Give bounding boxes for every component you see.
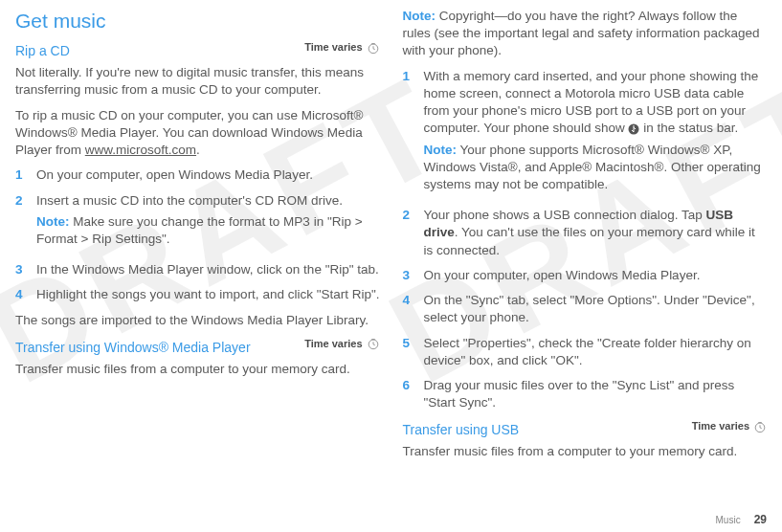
clock-icon [753, 420, 767, 433]
list-item: 4 Highlight the songs you want to import… [15, 286, 380, 303]
left-column: Get music Rip a CD Time varies Not liter… [15, 8, 380, 468]
note-block: Note: Your phone supports Microsoft® Win… [424, 142, 768, 194]
step-number: 2 [15, 192, 27, 255]
page-columns: Get music Rip a CD Time varies Not liter… [0, 0, 782, 468]
footer-section: Music [716, 515, 741, 525]
rip-outro-text: The songs are imported to the Windows Me… [15, 312, 380, 329]
step-suffix: . You can't use the files on your memory… [424, 225, 755, 256]
step-text: Your phone shows a USB connection dialog… [424, 208, 706, 222]
copyright-note: Note: Copyright—do you have the right? A… [403, 8, 768, 60]
list-item: 6 Drag your music files over to the "Syn… [403, 377, 768, 411]
step-body: Your phone shows a USB connection dialog… [424, 207, 768, 259]
page-footer: Music 29 [716, 513, 767, 526]
list-item: 2 Your phone shows a USB connection dial… [403, 207, 768, 259]
step-body: On your computer, open Windows Media Pla… [424, 267, 768, 284]
step-text: Insert a music CD into the computer's CD… [36, 193, 343, 208]
list-item: 1 With a memory card inserted, and your … [403, 68, 768, 200]
step-body: On the "Sync" tab, select "More Options"… [424, 292, 768, 326]
time-varies-label: Time varies [304, 337, 362, 351]
rip-howto-suffix: . [196, 143, 200, 157]
usb-icon [628, 123, 639, 135]
time-varies-badge: Time varies [304, 40, 379, 55]
step-number: 2 [403, 207, 414, 259]
step-body: In the Windows Media Player window, clic… [36, 261, 380, 278]
step-body: With a memory card inserted, and your ph… [424, 68, 768, 200]
time-varies-badge: Time varies [692, 419, 767, 433]
note-label: Note: [403, 9, 436, 23]
time-varies-label: Time varies [692, 419, 749, 433]
page-number: 29 [754, 513, 767, 526]
note-text: Your phone supports Microsoft® Windows® … [424, 143, 761, 191]
note-label: Note: [36, 214, 70, 229]
step-body: Insert a music CD into the computer's CD… [36, 192, 380, 255]
step-suffix: in the status bar. [643, 121, 738, 135]
step-number: 5 [403, 335, 414, 369]
time-varies-label: Time varies [304, 40, 362, 55]
step-number: 1 [403, 68, 414, 200]
page-title: Get music [15, 8, 380, 34]
note-block: Note: Make sure you change the format to… [36, 213, 380, 248]
list-item: 1 On your computer, open Windows Media P… [15, 166, 380, 184]
wmp-section-head: Transfer using Windows® Media Player Tim… [15, 337, 380, 361]
step-number: 4 [403, 292, 414, 326]
clock-icon [367, 337, 380, 350]
step-number: 1 [15, 166, 27, 184]
clock-icon [367, 41, 380, 55]
list-item: 4 On the "Sync" tab, select "More Option… [403, 292, 768, 326]
step-body: Drag your music files over to the "Sync … [424, 377, 768, 411]
note-label: Note: [424, 143, 458, 157]
usb-intro-text: Transfer music files from a computer to … [403, 443, 768, 460]
list-item: 3 In the Windows Media Player window, cl… [15, 261, 380, 278]
rip-intro-text: Not literally. If you're new to digital … [15, 64, 380, 99]
list-item: 5 Select "Properties", check the "Create… [403, 335, 768, 369]
list-item: 2 Insert a music CD into the computer's … [15, 192, 380, 255]
step-body: On your computer, open Windows Media Pla… [36, 166, 380, 184]
usb-section-head: Transfer using USB Time varies [403, 419, 768, 443]
time-varies-badge: Time varies [304, 337, 379, 351]
rip-cd-heading: Rip a CD [15, 42, 70, 60]
microsoft-link[interactable]: www.microsoft.com [85, 143, 196, 157]
step-number: 3 [15, 261, 27, 278]
wmp-intro-text: Transfer music files from a computer to … [15, 361, 380, 378]
step-body: Select "Properties", check the "Create f… [424, 335, 768, 369]
list-item: 3 On your computer, open Windows Media P… [403, 267, 768, 284]
rip-howto-text: To rip a music CD on your computer, you … [15, 107, 380, 160]
right-column: Note: Copyright—do you have the right? A… [403, 8, 768, 468]
step-number: 6 [403, 377, 414, 411]
usb-heading: Transfer using USB [403, 421, 520, 439]
wmp-heading: Transfer using Windows® Media Player [15, 339, 251, 357]
step-number: 4 [15, 286, 27, 303]
note-text: Copyright—do you have the right? Always … [403, 9, 760, 57]
step-number: 3 [403, 267, 414, 284]
note-text: Make sure you change the format to MP3 i… [36, 214, 363, 246]
step-body: Highlight the songs you want to import, … [36, 286, 380, 303]
rip-cd-section-head: Rip a CD Time varies [15, 40, 380, 64]
